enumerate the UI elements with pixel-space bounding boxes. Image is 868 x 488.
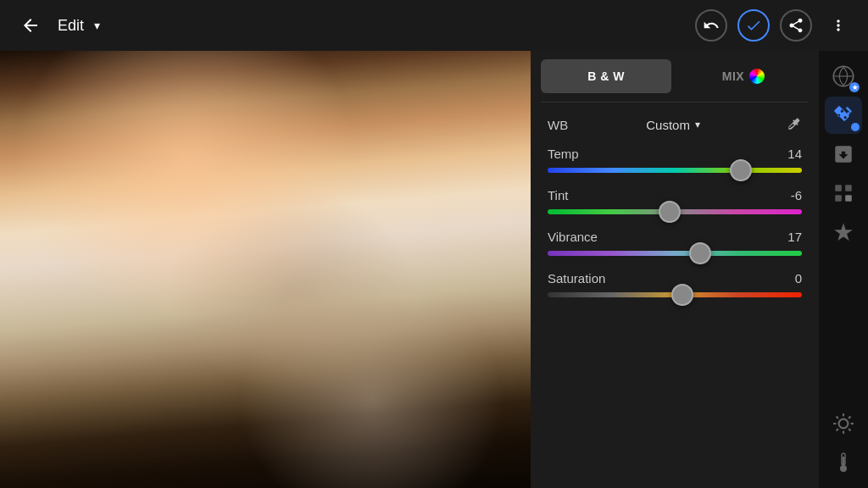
- undo-button[interactable]: [695, 9, 727, 42]
- wb-label: WB: [548, 118, 568, 132]
- mix-tab[interactable]: MIX: [678, 59, 809, 93]
- right-sidebar: ★: [819, 51, 868, 488]
- wb-row: WB Custom ▾: [548, 116, 802, 133]
- saturation-value: 0: [795, 271, 802, 286]
- temp-slider-group: Temp 14: [548, 147, 802, 173]
- tint-slider-track[interactable]: [548, 209, 802, 214]
- back-button[interactable]: [14, 12, 47, 39]
- edit-label: Edit: [58, 17, 84, 35]
- svg-rect-4: [845, 195, 852, 202]
- saturation-slider-group: Saturation 0: [548, 271, 802, 297]
- temperature-icon[interactable]: [825, 444, 862, 481]
- wb-preset-dropdown[interactable]: Custom ▾: [646, 118, 700, 132]
- more-button[interactable]: [822, 9, 854, 42]
- enhance-icon[interactable]: [825, 214, 862, 251]
- check-button[interactable]: [737, 9, 770, 42]
- tint-slider-group: Tint -6: [548, 188, 802, 214]
- photo-area: [0, 51, 531, 488]
- svg-rect-3: [835, 195, 842, 202]
- vibrance-slider-track[interactable]: [548, 251, 802, 256]
- saturation-slider-track[interactable]: [548, 292, 802, 297]
- light-icon[interactable]: [825, 405, 862, 442]
- temp-slider-track[interactable]: [548, 168, 802, 173]
- vibrance-slider-group: Vibrance 17: [548, 230, 802, 256]
- bw-tab[interactable]: B & W: [541, 59, 671, 93]
- temp-value: 14: [787, 147, 802, 161]
- controls-area: WB Custom ▾ Temp 14: [531, 103, 819, 488]
- eyedropper-icon[interactable]: [785, 116, 802, 133]
- tabs-row: B & W MIX: [531, 51, 819, 102]
- edit-dropdown-icon[interactable]: ▾: [94, 19, 100, 32]
- vibrance-value: 17: [787, 230, 802, 244]
- wb-dropdown-chevron: ▾: [695, 119, 700, 130]
- healing-icon[interactable]: [825, 97, 862, 134]
- share-button[interactable]: [780, 9, 812, 42]
- saturation-label: Saturation: [548, 271, 605, 286]
- tint-value: -6: [791, 188, 802, 202]
- selective-icon[interactable]: [825, 175, 862, 212]
- svg-line-10: [837, 417, 838, 419]
- svg-line-11: [849, 429, 850, 430]
- svg-point-16: [840, 465, 847, 472]
- vibrance-label: Vibrance: [548, 230, 598, 244]
- transform-icon[interactable]: [825, 136, 862, 173]
- temp-label: Temp: [548, 147, 579, 161]
- presets-icon[interactable]: ★: [825, 58, 862, 95]
- tint-label: Tint: [548, 188, 568, 202]
- svg-rect-1: [835, 185, 842, 191]
- right-panel: B & W MIX WB Custom ▾: [531, 51, 819, 488]
- wb-preset-label: Custom: [646, 118, 690, 132]
- svg-rect-15: [843, 457, 844, 465]
- svg-line-12: [849, 417, 850, 419]
- svg-point-5: [839, 419, 849, 429]
- svg-rect-2: [845, 185, 852, 191]
- svg-line-13: [837, 429, 838, 430]
